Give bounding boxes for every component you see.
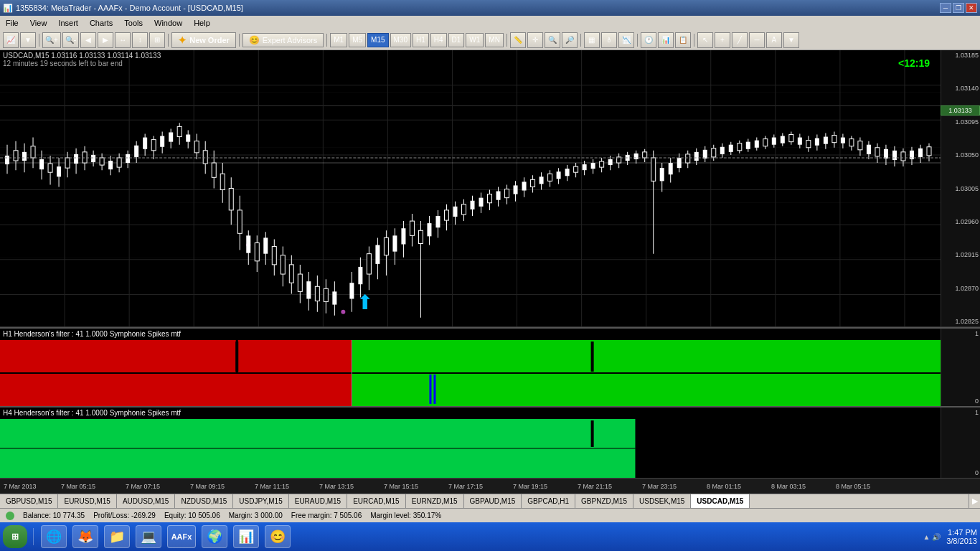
toolbar-new-chart[interactable]: 📈: [3, 32, 19, 48]
menu-tools[interactable]: Tools: [118, 16, 149, 30]
ind2-scale-high: 1: [943, 409, 979, 416]
svg-rect-195: [746, 142, 750, 149]
main-chart[interactable]: USDCAD,M15 1.03116 1.03133 1.03114 1.031…: [0, 50, 980, 327]
toolbar-scroll-right[interactable]: ▶: [98, 32, 113, 48]
indicator-panel-1[interactable]: H1 Henderson's filter : 41 1.0000 Sympho…: [0, 327, 980, 406]
free-margin-text: Free margin: 7 505.06: [291, 512, 362, 519]
svg-rect-137: [496, 192, 501, 200]
tf-w1[interactable]: W1: [466, 33, 484, 47]
svg-rect-179: [677, 158, 682, 168]
toolbar-auto-scroll[interactable]: ↔: [115, 32, 131, 48]
svg-rect-177: [669, 163, 673, 174]
svg-rect-77: [237, 210, 242, 233]
sym-tab-eurnzd[interactable]: EURNZD,M15: [406, 494, 464, 509]
sym-tab-usdjpy[interactable]: USDJPY,M15: [233, 494, 288, 509]
indicator-panel-2[interactable]: H4 Henderson's filter : 41 1.0000 Sympho…: [0, 406, 980, 478]
taskbar-app-firefox[interactable]: 🦊: [72, 525, 98, 548]
taskbar-app-earth[interactable]: 🌍: [202, 525, 227, 548]
toolbar-zoom-out2[interactable]: 🔎: [562, 32, 578, 48]
toolbar-more[interactable]: ▼: [783, 32, 799, 48]
svg-rect-107: [367, 254, 371, 274]
sym-tab-gbpnzd[interactable]: GBPNZD,M15: [575, 494, 633, 509]
svg-rect-45: [100, 158, 104, 165]
toolbar-candle[interactable]: 🕯: [601, 32, 617, 48]
toolbar-bar-chart[interactable]: ▦: [584, 32, 600, 48]
toolbar-zoom-in[interactable]: 🔍+: [42, 32, 61, 48]
new-order-button[interactable]: ✦ New Order: [171, 32, 236, 48]
expert-advisors-button[interactable]: 😊 Expert Advisors: [242, 33, 324, 47]
tf-m15[interactable]: M15: [367, 33, 388, 47]
toolbar-clock[interactable]: 🕐: [641, 32, 656, 48]
tf-h1[interactable]: H1: [413, 33, 429, 47]
taskbar-app-computer[interactable]: 💻: [136, 525, 161, 548]
toolbar-separator-8: [694, 34, 694, 47]
toolbar-separator-5: [507, 34, 507, 47]
svg-rect-133: [479, 198, 484, 207]
menu-window[interactable]: Window: [149, 16, 188, 30]
toolbar-separator-2: [168, 34, 169, 47]
sym-tab-euraud[interactable]: EURAUD,M15: [289, 494, 347, 509]
toolbar-profiles[interactable]: ▼: [20, 32, 36, 48]
toolbar-templates[interactable]: 📋: [675, 32, 691, 48]
toolbar-line-studies[interactable]: 📏: [510, 32, 526, 48]
symbol-tabs: GBPUSD,M15 EURUSD,M15 AUDUSD,M15 NZDUSD,…: [0, 494, 980, 508]
svg-rect-161: [600, 161, 604, 167]
toolbar-hline[interactable]: ─: [749, 32, 765, 48]
tf-h4[interactable]: H4: [430, 33, 447, 47]
minimize-button[interactable]: ─: [940, 3, 951, 13]
menu-file[interactable]: File: [0, 16, 24, 30]
tf-mn[interactable]: MN: [485, 33, 504, 47]
sym-tab-scroll-right[interactable]: ▶: [969, 494, 980, 509]
svg-rect-67: [194, 141, 199, 153]
taskbar-app-ie[interactable]: 🌐: [41, 525, 67, 548]
svg-rect-237: [927, 147, 931, 156]
menu-charts[interactable]: Charts: [84, 16, 118, 30]
svg-rect-39: [74, 154, 78, 164]
toolbar-zoom-out[interactable]: 🔍-: [62, 32, 79, 48]
taskbar-app-metatrader[interactable]: AAFx: [167, 525, 196, 548]
taskbar-app-explorer[interactable]: 📁: [104, 525, 130, 548]
svg-rect-129: [461, 204, 466, 215]
tf-m5[interactable]: M5: [349, 33, 366, 47]
svg-rect-205: [789, 135, 793, 142]
menu-view[interactable]: View: [24, 16, 53, 30]
toolbar-crosshair[interactable]: ✛: [527, 32, 543, 48]
close-button[interactable]: ✕: [966, 3, 977, 13]
sym-tab-eurcad[interactable]: EURCAD,M15: [347, 494, 405, 509]
toolbar-crosshair2[interactable]: +: [715, 32, 730, 48]
sym-tab-usdcad[interactable]: USDCAD,M15: [691, 494, 750, 509]
toolbar-period-sep[interactable]: ⊞: [149, 32, 165, 48]
sym-tab-gbpusd[interactable]: GBPUSD,M15: [0, 494, 58, 509]
toolbar-zoom-chart[interactable]: 🔍: [545, 32, 560, 48]
tf-m30[interactable]: M30: [390, 33, 411, 47]
toolbar-indicators[interactable]: 📊: [658, 32, 674, 48]
taskbar-app-chart[interactable]: 📊: [233, 525, 259, 548]
sym-tab-gbpaud[interactable]: GBPAUD,M15: [464, 494, 522, 509]
sym-tab-nzdusd[interactable]: NZDUSD,M15: [175, 494, 233, 509]
toolbar-text[interactable]: A: [766, 32, 782, 48]
toolbar-scroll-left[interactable]: ◀: [80, 32, 96, 48]
bar-end-text: 12 minutes 19 seconds left to bar end: [3, 60, 161, 67]
toolbar-chart-shift[interactable]: ↕: [132, 32, 148, 48]
svg-rect-121: [427, 223, 431, 236]
svg-rect-247: [591, 342, 594, 372]
tf-m1[interactable]: M1: [330, 33, 347, 47]
start-button[interactable]: ⊞: [3, 525, 27, 548]
menu-insert[interactable]: Insert: [52, 16, 84, 30]
svg-rect-92: [298, 274, 302, 291]
sym-tab-gbpcad[interactable]: GBPCAD,H1: [522, 494, 575, 509]
restore-button[interactable]: ❐: [953, 3, 964, 13]
svg-rect-253: [591, 420, 594, 447]
sym-tab-usdsek[interactable]: USDSEK,M15: [633, 494, 691, 509]
time-label-10: 7 Mar 23:15: [642, 483, 677, 490]
time-label-3: 7 Mar 09:15: [190, 483, 225, 490]
sym-tab-audusd[interactable]: AUDUSD,M15: [117, 494, 175, 509]
tf-d1[interactable]: D1: [448, 33, 465, 47]
svg-rect-241: [0, 373, 352, 406]
toolbar-line-chart[interactable]: 📉: [618, 32, 634, 48]
toolbar-cursor[interactable]: ↖: [697, 32, 713, 48]
menu-help[interactable]: Help: [188, 16, 216, 30]
toolbar-line[interactable]: ╱: [732, 32, 748, 48]
taskbar-app-smiley[interactable]: 😊: [265, 525, 291, 548]
sym-tab-eurusd[interactable]: EURUSD,M15: [58, 494, 116, 509]
